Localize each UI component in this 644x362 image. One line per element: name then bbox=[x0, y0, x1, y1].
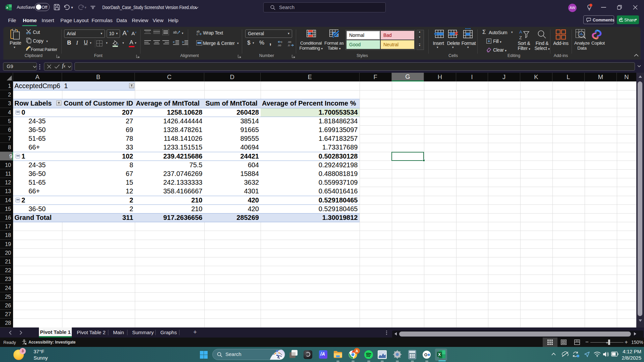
svg-text:.00: .00 bbox=[277, 44, 281, 47]
svg-text:A: A bbox=[519, 29, 522, 35]
svg-text:.00: .00 bbox=[287, 41, 291, 44]
svg-text:.0: .0 bbox=[287, 44, 290, 47]
svg-text:0: 0 bbox=[281, 41, 282, 44]
svg-text:X: X bbox=[438, 352, 441, 357]
svg-text:X: X bbox=[6, 6, 8, 9]
svg-text:ab: ab bbox=[173, 30, 177, 34]
svg-text:Z: Z bbox=[519, 35, 522, 40]
